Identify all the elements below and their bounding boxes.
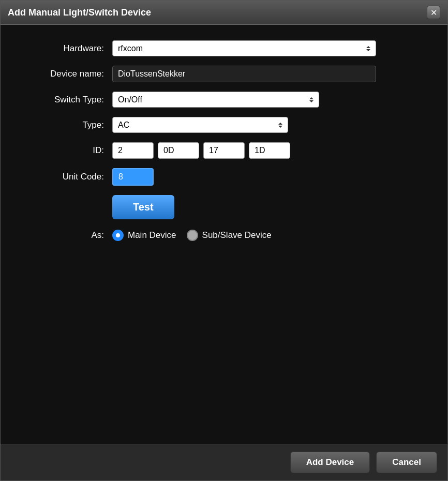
radio-group: Main Device Sub/Slave Device bbox=[112, 230, 272, 241]
id-fields bbox=[112, 142, 290, 159]
unit-code-row: Unit Code: bbox=[21, 168, 427, 186]
close-button[interactable]: ✕ bbox=[427, 6, 440, 19]
id-field-2[interactable] bbox=[158, 142, 199, 159]
unit-code-input[interactable] bbox=[112, 168, 154, 186]
dialog-title: Add Manual Light/Switch Device bbox=[8, 7, 151, 18]
switch-type-row: Switch Type: On/Off Push On Push Off bbox=[21, 92, 427, 108]
switch-type-select[interactable]: On/Off Push On Push Off bbox=[112, 92, 319, 108]
radio-sub-slave-device-circle bbox=[187, 230, 198, 241]
radio-main-device-circle bbox=[112, 230, 124, 241]
type-select[interactable]: AC ARC AB400D bbox=[112, 117, 288, 133]
test-button[interactable]: Test bbox=[112, 195, 174, 219]
dialog-titlebar: Add Manual Light/Switch Device ✕ bbox=[1, 1, 447, 25]
as-label: As: bbox=[21, 230, 104, 240]
device-name-input[interactable] bbox=[112, 66, 376, 82]
hardware-select[interactable]: rfxcom bbox=[112, 40, 376, 56]
add-device-button[interactable]: Add Device bbox=[290, 452, 370, 473]
dialog-body: Hardware: rfxcom Device name: Switch Typ… bbox=[1, 25, 447, 444]
hardware-row: Hardware: rfxcom bbox=[21, 40, 427, 56]
cancel-button[interactable]: Cancel bbox=[376, 452, 437, 473]
add-device-dialog: Add Manual Light/Switch Device ✕ Hardwar… bbox=[0, 0, 448, 481]
switch-type-label: Switch Type: bbox=[21, 95, 104, 105]
id-field-4[interactable] bbox=[249, 142, 290, 159]
id-field-3[interactable] bbox=[203, 142, 245, 159]
hardware-label: Hardware: bbox=[21, 43, 104, 54]
id-row: ID: bbox=[21, 142, 427, 159]
radio-main-device-label: Main Device bbox=[128, 230, 176, 240]
id-label: ID: bbox=[21, 145, 104, 156]
device-name-label: Device name: bbox=[21, 69, 104, 79]
device-name-row: Device name: bbox=[21, 66, 427, 82]
as-row: As: Main Device Sub/Slave Device bbox=[21, 230, 427, 241]
radio-sub-slave-device[interactable]: Sub/Slave Device bbox=[187, 230, 272, 241]
type-label: Type: bbox=[21, 120, 104, 130]
radio-main-device[interactable]: Main Device bbox=[112, 230, 176, 241]
dialog-footer: Add Device Cancel bbox=[1, 444, 447, 480]
unit-code-label: Unit Code: bbox=[21, 172, 104, 182]
type-row: Type: AC ARC AB400D bbox=[21, 117, 427, 133]
id-field-1[interactable] bbox=[112, 142, 154, 159]
radio-sub-slave-device-label: Sub/Slave Device bbox=[202, 230, 272, 240]
